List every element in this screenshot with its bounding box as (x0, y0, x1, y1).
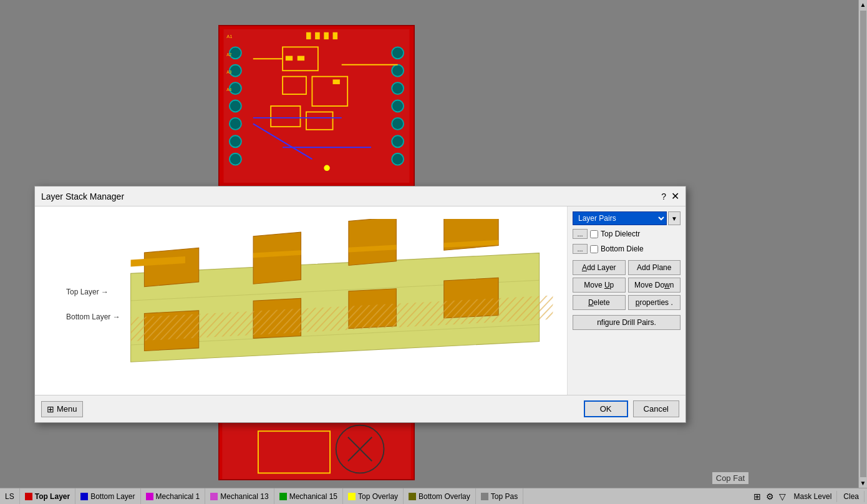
bottom-dielectric-ellipsis-button[interactable]: ... (573, 244, 588, 254)
svg-rect-28 (306, 32, 311, 39)
cop-fat-label: Cop Fat (712, 472, 748, 484)
scroll-down-arrow[interactable]: ▼ (859, 478, 867, 488)
top-dielectric-row: ... Top Dielectr (573, 228, 681, 240)
svg-point-4 (230, 100, 241, 112)
move-down-button[interactable]: Move Down (628, 278, 681, 293)
top-layer-label: Top Layer (35, 492, 70, 501)
grid-icon[interactable]: ⊞ (752, 492, 763, 502)
mech15-label: Mechanical 15 (289, 492, 337, 501)
top-pas-color (481, 493, 488, 500)
layer-visualization: Top Layer → Bottom Layer → (35, 206, 567, 395)
mask-level-item[interactable]: Mask Level (789, 491, 838, 502)
svg-rect-44 (253, 232, 301, 284)
bottom-overlay-label: Bottom Overlay (419, 492, 470, 501)
svg-rect-26 (298, 56, 304, 61)
pcb-board-bottom (218, 418, 415, 480)
top-pas-label: Top Pas (491, 492, 518, 501)
taskbar: LS Top Layer Bottom Layer Mechanical 1 M… (0, 488, 867, 504)
settings-icon[interactable]: ⚙ (764, 492, 776, 502)
menu-icon: ⊞ (47, 404, 54, 414)
bottom-overlay-color (409, 493, 416, 500)
svg-rect-29 (315, 32, 320, 39)
properties-button[interactable]: properties . (628, 295, 681, 310)
taskbar-bottom-overlay[interactable]: Bottom Overlay (404, 488, 476, 504)
menu-button[interactable]: ⊞ Menu (41, 401, 83, 417)
delete-button[interactable]: Delete (573, 295, 626, 310)
svg-point-12 (392, 118, 404, 130)
scrollbar-right[interactable]: ▲ ▼ (858, 0, 867, 488)
layer-pairs-select[interactable]: Layer Pairs Single Layer IPC-2226A (573, 211, 667, 225)
top-layer-color (25, 493, 32, 500)
cancel-button[interactable]: Cancel (633, 400, 679, 417)
move-up-button[interactable]: Move Up (573, 278, 626, 293)
ls-label: LS (5, 492, 14, 501)
add-plane-button[interactable]: Add Plane (628, 260, 681, 275)
svg-rect-27 (333, 79, 340, 84)
top-overlay-color (348, 493, 356, 500)
scroll-up-arrow[interactable]: ▲ (859, 0, 867, 9)
taskbar-top-layer[interactable]: Top Layer (20, 488, 75, 504)
svg-point-32 (324, 165, 329, 171)
dialog-title: Layer Stack Manager (41, 191, 124, 201)
svg-text:A3: A3 (226, 70, 231, 74)
mech13-label: Mechanical 13 (220, 492, 268, 501)
svg-rect-37 (222, 419, 410, 479)
dialog-footer: ⊞ Menu OK Cancel (35, 395, 685, 422)
svg-text:A4: A4 (226, 87, 231, 92)
scroll-thumb[interactable] (860, 11, 866, 477)
svg-rect-25 (286, 56, 293, 61)
dialog-titlebar: Layer Stack Manager ? ✕ (35, 187, 685, 206)
svg-rect-31 (333, 32, 338, 39)
svg-point-8 (392, 47, 404, 59)
taskbar-top-pas[interactable]: Top Pas (476, 488, 523, 504)
taskbar-ls[interactable]: LS (0, 488, 20, 504)
taskbar-mech15[interactable]: Mechanical 15 (274, 488, 343, 504)
close-button[interactable]: ✕ (671, 190, 679, 202)
dropdown-arrow-icon[interactable]: ▼ (668, 211, 681, 225)
bottom-layer-color (80, 493, 88, 500)
top-dielectric-ellipsis-button[interactable]: ... (573, 229, 588, 239)
svg-point-6 (230, 135, 241, 147)
help-button[interactable]: ? (661, 191, 666, 201)
taskbar-mech13[interactable]: Mechanical 13 (205, 488, 274, 504)
footer-right-buttons: OK Cancel (584, 400, 679, 417)
svg-rect-45 (349, 219, 396, 266)
clear-item[interactable]: Clea (838, 491, 865, 502)
dialog-content: Top Layer → Bottom Layer → Layer Pairs S… (35, 206, 685, 395)
bottom-dielectric-checkbox[interactable] (590, 245, 598, 253)
taskbar-icons: ⊞ ⚙ ▽ Mask Level Clea (749, 491, 867, 502)
svg-point-5 (230, 118, 241, 130)
configure-drill-pairs-button[interactable]: nfigure Drill Pairs. (573, 315, 681, 330)
svg-text:A2: A2 (226, 52, 231, 57)
filter-icon[interactable]: ▽ (777, 492, 788, 502)
svg-point-13 (392, 135, 404, 147)
taskbar-top-overlay[interactable]: Top Overlay (343, 488, 404, 504)
svg-rect-30 (324, 32, 329, 39)
pcb-board-top: A1 A2 A3 A4 (218, 25, 415, 187)
bottom-layer-label: Bottom Layer → (66, 313, 120, 321)
mech1-color (146, 493, 153, 500)
svg-point-7 (230, 153, 241, 165)
top-dielectric-checkbox[interactable] (590, 230, 598, 238)
menu-label: Menu (57, 404, 77, 414)
top-dielectric-label: Top Dielectr (601, 230, 640, 238)
top-layer-label: Top Layer → (66, 288, 109, 296)
mech13-color (210, 493, 218, 500)
ok-button[interactable]: OK (584, 400, 628, 417)
top-overlay-label: Top Overlay (358, 492, 398, 501)
svg-point-10 (392, 82, 404, 94)
mech15-color (279, 493, 287, 500)
svg-point-14 (392, 153, 404, 165)
svg-point-9 (392, 65, 404, 77)
svg-text:A1: A1 (226, 34, 232, 39)
taskbar-bottom-layer[interactable]: Bottom Layer (75, 488, 140, 504)
add-layer-button[interactable]: Add Layer (573, 260, 626, 275)
bottom-dielectric-row: ... Bottom Diele (573, 243, 681, 255)
right-panel: Layer Pairs Single Layer IPC-2226A ▼ ...… (567, 206, 685, 395)
mech1-label: Mechanical 1 (156, 492, 200, 501)
layer-stack-manager-dialog: Layer Stack Manager ? ✕ (34, 186, 686, 423)
svg-rect-43 (144, 248, 198, 286)
layer-pairs-dropdown-row: Layer Pairs Single Layer IPC-2226A ▼ (573, 211, 681, 225)
svg-point-11 (392, 100, 404, 112)
taskbar-mech1[interactable]: Mechanical 1 (141, 488, 206, 504)
